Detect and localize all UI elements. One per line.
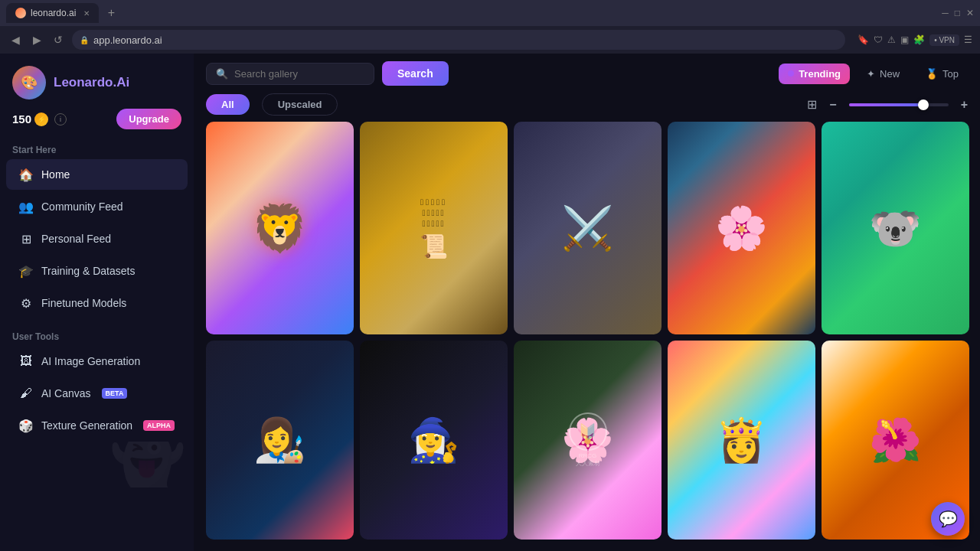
grid-view-button[interactable]: ⊞ xyxy=(807,97,817,112)
window-close[interactable]: ✕ xyxy=(966,8,974,18)
item-action-btn-3[interactable]: ⌘ xyxy=(582,128,603,149)
active-tab[interactable]: leonardo.ai ✕ xyxy=(6,3,99,23)
user-tools-label: User Tools xyxy=(0,325,194,345)
beta-badge: BETA xyxy=(102,388,128,399)
sidebar-item-finetuned[interactable]: ⚙ Finetuned Models xyxy=(6,288,188,318)
trending-label: Trending xyxy=(799,68,841,80)
top-label: Top xyxy=(942,68,959,80)
new-button[interactable]: ✦ New xyxy=(858,64,909,84)
back-button[interactable]: ◀ xyxy=(8,34,23,46)
item-expand-btn-10[interactable]: ⛶ xyxy=(942,347,963,368)
slider-thumb[interactable] xyxy=(918,99,929,110)
menu-icon[interactable]: ☰ xyxy=(964,34,972,45)
zoom-out-button[interactable]: − xyxy=(829,98,836,112)
extension-icon[interactable]: 🧩 xyxy=(913,34,925,45)
search-button[interactable]: Search xyxy=(382,61,449,86)
item-expand-btn-7[interactable]: ⛶ xyxy=(480,347,501,368)
item-action-btn-8[interactable]: ⌘ xyxy=(762,347,783,368)
chat-fab[interactable]: 💬 xyxy=(931,502,965,536)
top-icon: 🏅 xyxy=(926,68,938,80)
new-icon: ✦ xyxy=(867,68,875,80)
finetuned-label: Finetuned Models xyxy=(41,297,126,309)
ai-canvas-icon: 🖌 xyxy=(18,386,34,401)
item-action-btn-4[interactable]: ⌘ xyxy=(762,128,783,149)
zoom-slider[interactable] xyxy=(849,103,949,106)
gallery-item-flowers[interactable]: 🌸 ⌘ ⛶ xyxy=(668,122,815,334)
upgrade-button[interactable]: Upgrade xyxy=(116,109,181,129)
window-maximize[interactable]: □ xyxy=(955,8,960,18)
community-icon: 👥 xyxy=(18,199,34,214)
refresh-button[interactable]: ↺ xyxy=(51,34,66,46)
browser-tabs: leonardo.ai ✕ + ─ □ ✕ xyxy=(0,0,980,26)
ai-image-icon: 🖼 xyxy=(18,354,34,369)
gallery-row-1: 🦁 ⌘ ⛶ 𓀀𓁀𓂀𓃀𓄀 𓅀𓆀𓇀𓈀𓉀 𓊀𓋀𓌀𓍀𓎀 📜 xyxy=(206,122,968,334)
trending-button[interactable]: Trending xyxy=(779,64,850,84)
gallery-item-warrior[interactable]: ⚔️ ⌘ ⊘ ⛶ xyxy=(514,122,662,334)
item-expand-btn-8[interactable]: ⛶ xyxy=(634,347,655,368)
gallery-item-dark-warrior[interactable]: 🧙‍♀️ ⊘ ⛶ xyxy=(360,341,508,540)
tabs-view-row: All Upscaled ⊞ − + xyxy=(194,93,980,122)
item-expand-btn-6[interactable]: ⛶ xyxy=(326,347,348,368)
sidebar-item-home[interactable]: 🏠 Home xyxy=(6,159,188,190)
item-expand-btn-4[interactable]: ⛶ xyxy=(788,128,809,149)
bookmark-icon[interactable]: 🔖 xyxy=(858,34,869,45)
training-icon: 🎓 xyxy=(18,263,34,279)
tab-favicon xyxy=(15,8,26,18)
gallery-item-colorful-girl[interactable]: 👸 ⌘ ⛶ xyxy=(668,341,815,540)
tab-close-button[interactable]: ✕ xyxy=(83,9,90,18)
search-input[interactable] xyxy=(234,68,364,80)
tab-upscaled[interactable]: Upscaled xyxy=(262,93,338,116)
item-slash-btn-2[interactable]: ⊘ xyxy=(942,128,963,149)
gallery-item-lion[interactable]: 🦁 ⌘ ⛶ xyxy=(206,122,354,334)
gallery-toolbar: 🔍 Search Trending ✦ New 🏅 Top xyxy=(194,54,980,93)
item-slash-btn[interactable]: ⊘ xyxy=(608,128,629,149)
item-expand-btn[interactable]: ⛶ xyxy=(326,128,348,149)
forward-button[interactable]: ▶ xyxy=(29,34,44,46)
sidebar-item-community-feed[interactable]: 👥 Community Feed xyxy=(6,191,188,222)
vpn-badge: • VPN xyxy=(929,34,959,46)
gallery-item-anime-girl[interactable]: 👩‍🎨 ⌘ ⛶ xyxy=(206,341,354,540)
tab-all[interactable]: All xyxy=(206,94,250,115)
search-bar: 🔍 xyxy=(206,63,374,85)
shield-icon[interactable]: 🛡 xyxy=(874,34,883,45)
item-action-btn-2[interactable]: ⌘ xyxy=(454,128,475,149)
browser-chrome: leonardo.ai ✕ + ─ □ ✕ ◀ ▶ ↺ 🔒 app.leonar… xyxy=(0,0,980,54)
item-action-btn-7[interactable]: ⌘ xyxy=(582,347,603,368)
token-icon: ⚡ xyxy=(34,112,48,126)
sidebar-item-training[interactable]: 🎓 Training & Datasets xyxy=(6,256,188,286)
start-here-label: Start Here xyxy=(0,139,194,158)
item-expand-btn-2[interactable]: ⛶ xyxy=(480,128,501,149)
item-expand-btn-9[interactable]: ⛶ xyxy=(788,347,809,368)
zoom-in-button[interactable]: + xyxy=(961,98,968,112)
new-label: New xyxy=(880,68,900,80)
sidebar-header: 🎨 Leonardo.Ai xyxy=(0,54,194,109)
sidebar-item-texture[interactable]: 🎲 Texture Generation ALPHA xyxy=(6,410,188,441)
sidebar-toggle[interactable]: ▣ xyxy=(900,34,909,45)
avatar: 🎨 xyxy=(12,66,46,99)
info-icon[interactable]: i xyxy=(54,113,67,126)
gallery-item-pink-girl[interactable]: 🌸 ⌘ ⊘ ⛶ 🔰 RRCG人人素材 xyxy=(514,341,662,540)
top-button[interactable]: 🏅 Top xyxy=(916,64,968,84)
item-action-btn[interactable]: ⌘ xyxy=(300,128,322,149)
ai-canvas-label: AI Canvas xyxy=(41,387,91,399)
warning-icon[interactable]: ⚠ xyxy=(887,34,896,45)
item-action-btn-5[interactable]: ⌘ xyxy=(916,128,937,149)
gallery-item-egypt[interactable]: 𓀀𓁀𓂀𓃀𓄀 𓅀𓆀𓇀𓈀𓉀 𓊀𓋀𓌀𓍀𓎀 📜 ⌘ ⛶ xyxy=(360,122,508,334)
item-action-btn-6[interactable]: ⌘ xyxy=(300,347,322,368)
app-container: 🎨 Leonardo.Ai 150 ⚡ i Upgrade Start Here… xyxy=(0,54,980,551)
sidebar-item-ai-image[interactable]: 🖼 AI Image Generation xyxy=(6,346,188,377)
lock-icon: 🔒 xyxy=(80,36,89,44)
texture-icon: 🎲 xyxy=(18,418,34,433)
sidebar-item-ai-canvas[interactable]: 🖌 AI Canvas BETA xyxy=(6,378,188,409)
window-minimize[interactable]: ─ xyxy=(942,8,949,18)
gallery-item-koala[interactable]: 🐨 ⌘ ⊘ xyxy=(822,122,969,334)
item-slash-btn-3[interactable]: ⊘ xyxy=(454,347,475,368)
new-tab-button[interactable]: + xyxy=(102,4,120,22)
sidebar-item-personal-feed[interactable]: ⊞ Personal Feed xyxy=(6,223,188,254)
gallery-row-2: 👩‍🎨 ⌘ ⛶ 🧙‍♀️ ⊘ ⛶ xyxy=(206,341,968,540)
alpha-badge: ALPHA xyxy=(143,420,175,431)
finetuned-icon: ⚙ xyxy=(18,295,34,311)
address-bar[interactable]: 🔒 app.leonardo.ai xyxy=(72,30,845,50)
item-expand-btn-3[interactable]: ⛶ xyxy=(634,128,655,149)
item-slash-btn-4[interactable]: ⊘ xyxy=(608,347,629,368)
